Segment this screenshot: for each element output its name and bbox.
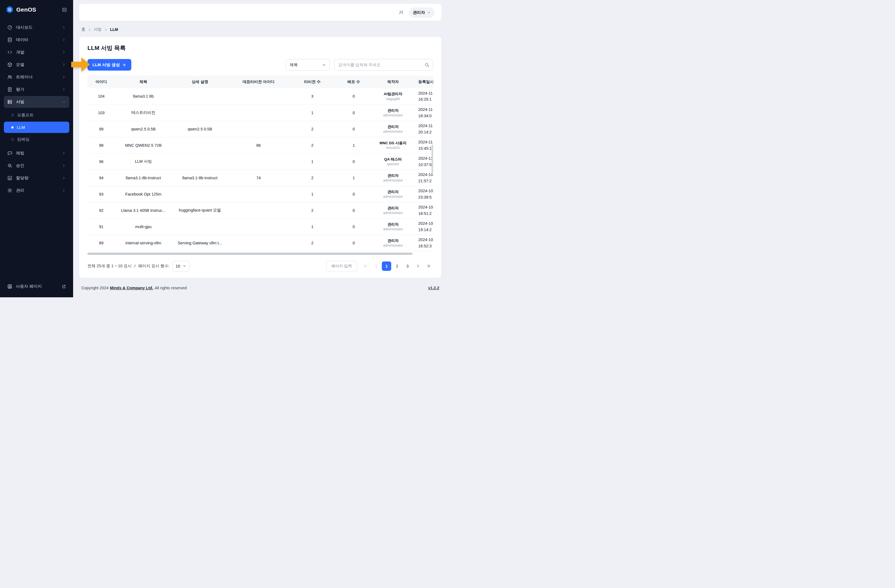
search-field-select[interactable]: 제목 xyxy=(286,59,330,71)
chevron-down-icon xyxy=(427,11,431,14)
cell-description xyxy=(171,105,228,121)
table-row[interactable]: 98 MNC QWEN2.5 72B 86 2 1 MNC DS 사용자 mnc… xyxy=(88,137,433,153)
table-row[interactable]: 91 multi-gpu 1 0 관리자 administrator xyxy=(88,218,433,235)
cell-revision-id xyxy=(228,186,289,202)
table-row[interactable]: 89 internal-serving-vllm Serving Gateway… xyxy=(88,235,433,251)
sidebar-subitem-label: 임베딩 xyxy=(17,137,30,142)
cell-creator: 관리자 administrator xyxy=(372,170,414,186)
search-input[interactable] xyxy=(338,63,425,67)
text-size-button[interactable]: 가 xyxy=(399,10,404,15)
cell-id: 96 xyxy=(88,153,115,170)
cell-revision-id xyxy=(228,218,289,235)
cell-description: qwen2.5 0.5B xyxy=(171,121,228,137)
svg-text:G: G xyxy=(8,8,11,12)
table-row[interactable]: 92 Llama 3.1 405B Instruc... huggingface… xyxy=(88,202,433,218)
next-page-button[interactable] xyxy=(413,261,423,271)
creator-id: administrator xyxy=(372,113,414,118)
cell-description xyxy=(171,186,228,202)
table-wrap: 아이디 제목 상세 설명 대표리비전 아이디 리비전 수 배포 수 제작자 등록… xyxy=(88,76,433,255)
company-link[interactable]: Minds & Company Ltd. xyxy=(110,286,153,290)
pager: 1 2 3 xyxy=(361,261,433,271)
sidebar-collapse-icon[interactable] xyxy=(61,7,68,13)
table-header-row: 아이디 제목 상세 설명 대표리비전 아이디 리비전 수 배포 수 제작자 등록… xyxy=(88,76,433,88)
sidebar-item-dashboard[interactable]: 대시보드 xyxy=(4,21,69,33)
last-page-button[interactable] xyxy=(424,261,433,271)
sidebar-item-evaluation[interactable]: 평가 xyxy=(4,83,69,95)
cell-description xyxy=(171,88,228,105)
sidebar-subitem-llm[interactable]: LLM xyxy=(4,122,69,133)
page-button-3[interactable]: 3 xyxy=(403,261,412,271)
cell-created-at: 2024-11- 18:34:0 xyxy=(414,105,433,121)
bullet-icon xyxy=(11,114,14,117)
code-icon xyxy=(7,50,12,55)
sidebar-item-serving[interactable]: 서빙 xyxy=(4,96,69,108)
sidebar-item-label: 승인 xyxy=(16,163,24,168)
horizontal-scrollbar[interactable] xyxy=(88,253,413,255)
sidebar: G GenOS 대시보드 데이터 개발 xyxy=(0,0,73,297)
sidebar-item-quota[interactable]: 할당량 xyxy=(4,172,69,184)
cell-title: llama3.1 8b xyxy=(115,88,171,105)
creator-name: QA 테스터 xyxy=(372,157,414,162)
chevron-right-icon xyxy=(62,188,66,192)
serving-submenu: 프롬프트 LLM 임베딩 xyxy=(4,109,69,145)
table-row[interactable]: 103 테스트리비전 1 0 관리자 administrator xyxy=(88,105,433,121)
vertical-scrollbar[interactable] xyxy=(431,144,433,174)
table-row[interactable]: 94 llama3.1-8b-instruct llama3.1-8b-inst… xyxy=(88,170,433,186)
breadcrumb-serving[interactable]: 서빙 xyxy=(94,27,102,32)
rows-per-page-select[interactable]: 10 xyxy=(173,261,190,271)
create-llm-serving-button[interactable]: LLM 서빙 생성 xyxy=(88,59,131,71)
page-button-2[interactable]: 2 xyxy=(392,261,402,271)
creator-name: 관리자 xyxy=(372,189,414,195)
sidebar-item-approval[interactable]: 승인 xyxy=(4,160,69,171)
column-header-creator: 제작자 xyxy=(372,76,414,88)
cell-revision-count: 1 xyxy=(289,218,336,235)
column-header-revision-id: 대표리비전 아이디 xyxy=(228,76,289,88)
cell-creator: MNC DS 사용자 mncds01 xyxy=(372,137,414,153)
prev-page-button[interactable] xyxy=(372,261,381,271)
sidebar-item-data[interactable]: 데이터 xyxy=(4,34,69,46)
breadcrumb-home[interactable]: 홈 xyxy=(81,27,85,32)
sidebar-item-trainer[interactable]: 트레이너 xyxy=(4,71,69,83)
sidebar-item-management[interactable]: 관리 xyxy=(4,185,69,196)
chevron-right-icon xyxy=(62,38,66,42)
table-row[interactable]: 93 Facebook Opt 125m 1 0 관리자 administrat… xyxy=(88,186,433,202)
chevron-right-icon xyxy=(62,63,66,67)
sidebar-item-label: 할당량 xyxy=(16,176,29,180)
profile-label: 관리자 xyxy=(413,10,425,15)
logo-row: G GenOS xyxy=(4,5,69,14)
column-header-created-at: 등록일시 xyxy=(414,76,433,88)
breadcrumb-current: LLM xyxy=(110,27,118,32)
created-date: 2024-10- xyxy=(418,220,433,226)
first-page-button[interactable] xyxy=(361,261,370,271)
page-footer: Copyright 2024 Minds & Company Ltd. All … xyxy=(73,285,448,297)
rows-per-page-label: 페이지 표시 행수: xyxy=(138,264,170,269)
copyright-suffix: All rights reserved xyxy=(155,286,187,290)
chat-icon xyxy=(7,151,12,156)
profile-menu-button[interactable]: 관리자 xyxy=(409,8,435,18)
sidebar-item-development[interactable]: 개발 xyxy=(4,46,69,58)
cell-title: Facebook Opt 125m xyxy=(115,186,171,202)
cell-description: huggingface-quant 모델 xyxy=(171,202,228,218)
table-row[interactable]: 104 llama3.1 8b 3 0 AI팀관리자 ttagag99 xyxy=(88,88,433,105)
sidebar-subitem-embedding[interactable]: 임베딩 xyxy=(4,134,69,145)
cell-id: 94 xyxy=(88,170,115,186)
cell-id: 92 xyxy=(88,202,115,218)
main-area: 가 관리자 홈 서빙 LLM LLM 서빙 목록 LLM 서빙 생성 xyxy=(73,0,448,297)
version-link[interactable]: v1.2.2 xyxy=(428,286,439,290)
cell-description xyxy=(171,218,228,235)
page-button-1[interactable]: 1 xyxy=(382,261,391,271)
cell-created-at: 2024-10- 23:39:5 xyxy=(414,186,433,202)
page-input-button[interactable]: 페이지 입력 xyxy=(326,261,357,271)
sidebar-user-page[interactable]: 사용자 페이지 xyxy=(4,281,69,292)
sidebar-item-model[interactable]: 모델 xyxy=(4,59,69,71)
sidebar-item-label: 평가 xyxy=(16,87,24,92)
sidebar-subitem-prompt[interactable]: 프롬프트 xyxy=(4,109,69,121)
sidebar-item-chat[interactable]: 채팅 xyxy=(4,147,69,159)
chevron-down-icon xyxy=(62,100,66,104)
table-row[interactable]: 96 LLM 서빙 1 0 QA 테스터 qatester xyxy=(88,153,433,170)
create-button-label: LLM 서빙 생성 xyxy=(93,62,120,68)
table-row[interactable]: 99 qwen2.5 0.5B qwen2.5 0.5B 2 0 관리자 adm… xyxy=(88,121,433,137)
chevron-right-icon xyxy=(62,75,66,79)
cell-created-at: 2024-11- 20:14:2 xyxy=(414,121,433,137)
search-icon[interactable] xyxy=(425,63,429,67)
